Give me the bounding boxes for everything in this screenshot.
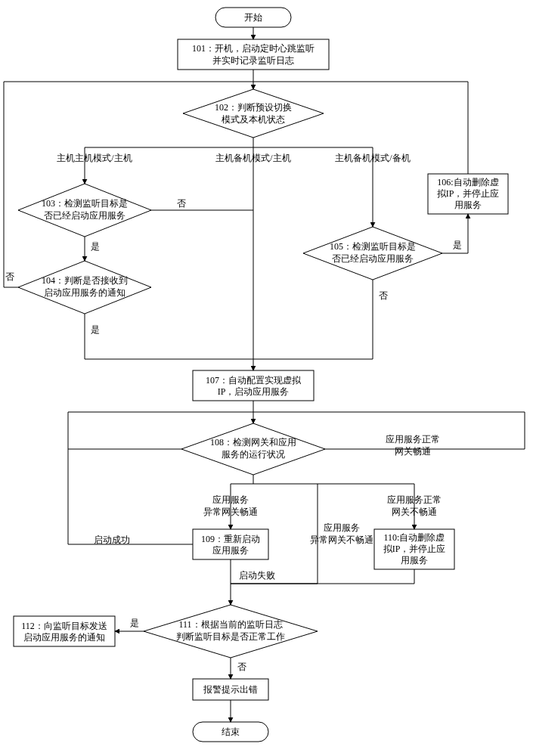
- n105-l2: 否已经启动应用服务: [332, 253, 414, 264]
- node-105: 105：检测监听目标是 否已经启动应用服务: [303, 227, 442, 280]
- n102-l1: 102：判断预设切换: [215, 102, 292, 113]
- edge-branch1: 主机主机模式/主机: [57, 153, 132, 163]
- node-103: 103：检测监听目标是 否已经启动应用服务: [18, 184, 151, 237]
- e-badbad-l1: 应用服务: [324, 522, 360, 533]
- e-badok-l2: 异常网关畅通: [203, 507, 258, 517]
- node-108: 108：检测网关和应用 服务的运行状况: [181, 423, 325, 475]
- end-label: 结束: [222, 727, 240, 737]
- n105-no: 否: [379, 290, 388, 301]
- n111-l2: 判断监听目标是否正常工作: [176, 631, 285, 642]
- n108-l1: 108：检测网关和应用: [210, 437, 296, 448]
- n104-no: 否: [5, 271, 14, 282]
- node-111: 111：根据当前的监听日志 判断监听目标是否正常工作: [144, 605, 318, 658]
- flowchart: 开始 101：开机，启动定时心跳监听 并实时记录监听日志 102：判断预设切换 …: [0, 0, 533, 756]
- n101-l2: 并实时记录监听日志: [212, 55, 294, 66]
- node-106: 106:自动删除虚 拟IP，并停止应 用服务: [428, 174, 508, 214]
- n103-l1: 103：检测监听目标是: [42, 198, 128, 209]
- n108-l2: 服务的运行状况: [222, 449, 285, 460]
- n106-l1: 106:自动删除虚: [437, 177, 498, 187]
- n110-l2: 拟IP，并停止应: [383, 544, 446, 554]
- e-restart-ok: 启动成功: [94, 534, 130, 545]
- n106-l3: 用服务: [454, 200, 482, 210]
- node-102: 102：判断预设切换 模式及本机状态: [183, 89, 324, 138]
- e-badok-l1: 应用服务: [212, 494, 249, 505]
- n112-l1: 112：向监听目标发送: [21, 621, 107, 631]
- node-110: 110:自动删除虚 拟IP，并停止应 用服务: [374, 529, 454, 569]
- e-okbad-l2: 网关不畅通: [392, 507, 437, 517]
- node-101: 101：开机，启动定时心跳监听 并实时记录监听日志: [178, 39, 329, 70]
- n104-l1: 104：判断是否接收到: [42, 275, 128, 286]
- node-109: 109：重新启动 应用服务: [193, 529, 268, 559]
- e-okok-l1: 应用服务正常: [386, 434, 440, 445]
- n103-yes: 是: [91, 241, 100, 252]
- node-start: 开始: [215, 8, 291, 27]
- node-112: 112：向监听目标发送 启动应用服务的通知: [14, 616, 115, 646]
- n105-yes: 是: [453, 240, 462, 250]
- n101-l1: 101：开机，启动定时心跳监听: [192, 43, 315, 54]
- n107-l2: IP，启动应用服务: [218, 386, 290, 397]
- n102-l2: 模式及本机状态: [222, 114, 285, 125]
- n107-l1: 107：自动配置实现虚拟: [206, 375, 302, 386]
- node-alarm: 报警提示出错: [193, 679, 268, 700]
- svg-marker-4: [183, 89, 324, 138]
- n111-l1: 111：根据当前的监听日志: [178, 619, 282, 630]
- n105-l1: 105：检测监听目标是: [330, 241, 416, 252]
- e-badbad-l2: 异常网关不畅通: [310, 534, 373, 545]
- n109-l2: 应用服务: [212, 545, 249, 556]
- node-end: 结束: [193, 722, 268, 742]
- start-label: 开始: [244, 12, 262, 23]
- n103-no: 否: [177, 198, 186, 209]
- n111-yes: 是: [130, 618, 139, 628]
- e-okok-l2: 网关畅通: [395, 446, 431, 457]
- e-restart-fail: 启动失败: [239, 570, 275, 581]
- n112-l2: 启动应用服务的通知: [23, 632, 105, 643]
- node-104: 104：判断是否接收到 启动应用服务的通知: [18, 261, 151, 314]
- n110-l1: 110:自动删除虚: [384, 532, 445, 543]
- alarm-label: 报警提示出错: [203, 684, 258, 695]
- n103-l2: 否已经启动应用服务: [44, 210, 126, 221]
- n106-l2: 拟IP，并停止应: [437, 188, 500, 199]
- n109-l1: 109：重新启动: [201, 534, 260, 544]
- n104-yes: 是: [91, 324, 100, 335]
- node-107: 107：自动配置实现虚拟 IP，启动应用服务: [193, 370, 314, 401]
- e-okbad-l1: 应用服务正常: [387, 494, 442, 505]
- n110-l3: 用服务: [401, 555, 428, 565]
- n111-no: 否: [237, 662, 246, 672]
- n104-l2: 启动应用服务的通知: [44, 287, 126, 298]
